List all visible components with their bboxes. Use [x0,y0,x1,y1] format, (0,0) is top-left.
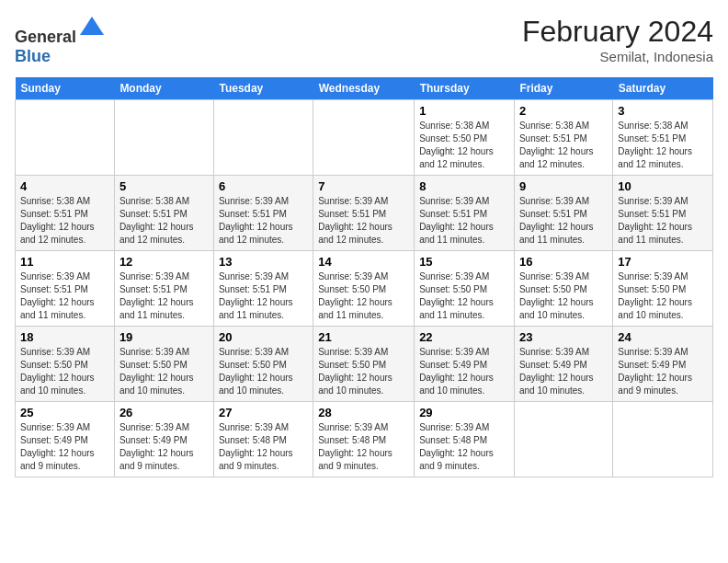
day-number: 26 [119,406,209,419]
day-info: Sunrise: 5:39 AM Sunset: 5:51 PM Dayligh… [419,195,509,247]
calendar-cell: 17Sunrise: 5:39 AM Sunset: 5:50 PM Dayli… [613,251,713,327]
page-title: February 2024 [522,15,713,49]
calendar-cell: 20Sunrise: 5:39 AM Sunset: 5:50 PM Dayli… [213,327,313,402]
calendar-cell [313,100,415,176]
header-day-tuesday: Tuesday [213,77,313,100]
calendar-cell: 29Sunrise: 5:39 AM Sunset: 5:48 PM Dayli… [415,402,515,477]
header-day-sunday: Sunday [16,77,115,100]
day-info: Sunrise: 5:39 AM Sunset: 5:51 PM Dayligh… [618,195,708,247]
week-row-1: 1Sunrise: 5:38 AM Sunset: 5:50 PM Daylig… [16,100,713,176]
logo-general: General [15,28,76,46]
day-number: 24 [618,330,708,344]
calendar-cell: 27Sunrise: 5:39 AM Sunset: 5:48 PM Dayli… [213,402,313,477]
title-block: February 2024 Semilat, Indonesia [522,15,713,64]
calendar-cell [514,402,612,477]
day-info: Sunrise: 5:39 AM Sunset: 5:49 PM Dayligh… [119,421,209,473]
day-info: Sunrise: 5:39 AM Sunset: 5:50 PM Dayligh… [318,346,409,397]
day-number: 16 [519,255,608,269]
calendar-cell: 24Sunrise: 5:39 AM Sunset: 5:49 PM Dayli… [613,327,713,402]
calendar-cell: 9Sunrise: 5:39 AM Sunset: 5:51 PM Daylig… [514,176,612,251]
calendar-cell: 21Sunrise: 5:39 AM Sunset: 5:50 PM Dayli… [313,327,415,402]
calendar-cell: 11Sunrise: 5:39 AM Sunset: 5:51 PM Dayli… [16,251,115,327]
calendar-cell: 5Sunrise: 5:38 AM Sunset: 5:51 PM Daylig… [114,176,213,251]
day-number: 3 [618,104,708,118]
calendar-cell: 19Sunrise: 5:39 AM Sunset: 5:50 PM Dayli… [114,327,213,402]
day-number: 7 [318,179,409,193]
calendar-cell: 25Sunrise: 5:39 AM Sunset: 5:49 PM Dayli… [16,402,115,477]
day-number: 4 [20,179,109,193]
day-info: Sunrise: 5:38 AM Sunset: 5:51 PM Dayligh… [119,195,209,247]
logo-blue: Blue [15,47,51,65]
day-number: 20 [219,330,308,344]
day-info: Sunrise: 5:39 AM Sunset: 5:50 PM Dayligh… [219,346,308,397]
header-day-wednesday: Wednesday [313,77,415,100]
calendar-cell [213,100,313,176]
day-number: 2 [519,104,608,118]
day-number: 10 [618,179,708,193]
week-row-4: 18Sunrise: 5:39 AM Sunset: 5:50 PM Dayli… [16,327,713,402]
day-number: 12 [119,255,209,269]
header-day-monday: Monday [114,77,213,100]
page-header: General Blue February 2024 Semilat, Indo… [15,15,713,66]
calendar-cell: 16Sunrise: 5:39 AM Sunset: 5:50 PM Dayli… [514,251,612,327]
day-number: 22 [419,330,509,344]
day-info: Sunrise: 5:39 AM Sunset: 5:50 PM Dayligh… [20,346,109,397]
day-info: Sunrise: 5:39 AM Sunset: 5:48 PM Dayligh… [419,421,509,473]
day-info: Sunrise: 5:39 AM Sunset: 5:51 PM Dayligh… [318,195,409,247]
day-info: Sunrise: 5:38 AM Sunset: 5:50 PM Dayligh… [419,120,509,171]
day-info: Sunrise: 5:39 AM Sunset: 5:49 PM Dayligh… [419,346,509,397]
day-info: Sunrise: 5:39 AM Sunset: 5:51 PM Dayligh… [119,270,209,322]
day-number: 19 [119,330,209,344]
day-number: 1 [419,104,509,118]
calendar-cell: 26Sunrise: 5:39 AM Sunset: 5:49 PM Dayli… [114,402,213,477]
day-info: Sunrise: 5:39 AM Sunset: 5:50 PM Dayligh… [318,270,409,322]
day-number: 9 [519,179,608,193]
page-subtitle: Semilat, Indonesia [522,49,713,64]
calendar-table: SundayMondayTuesdayWednesdayThursdayFrid… [15,77,713,477]
day-number: 15 [419,255,509,269]
day-info: Sunrise: 5:39 AM Sunset: 5:49 PM Dayligh… [20,421,109,473]
calendar-header-row: SundayMondayTuesdayWednesdayThursdayFrid… [16,77,713,100]
calendar-cell: 18Sunrise: 5:39 AM Sunset: 5:50 PM Dayli… [16,327,115,402]
day-info: Sunrise: 5:39 AM Sunset: 5:48 PM Dayligh… [219,421,308,473]
calendar-cell: 1Sunrise: 5:38 AM Sunset: 5:50 PM Daylig… [415,100,515,176]
day-number: 21 [318,330,409,344]
day-info: Sunrise: 5:38 AM Sunset: 5:51 PM Dayligh… [618,120,708,171]
day-number: 17 [618,255,708,269]
logo-icon [78,15,106,42]
day-number: 6 [219,179,308,193]
calendar-cell: 14Sunrise: 5:39 AM Sunset: 5:50 PM Dayli… [313,251,415,327]
calendar-cell [16,100,115,176]
day-number: 13 [219,255,308,269]
day-number: 27 [219,406,308,419]
day-info: Sunrise: 5:39 AM Sunset: 5:48 PM Dayligh… [318,421,409,473]
day-info: Sunrise: 5:39 AM Sunset: 5:51 PM Dayligh… [219,195,308,247]
day-number: 5 [119,179,209,193]
calendar-cell: 4Sunrise: 5:38 AM Sunset: 5:51 PM Daylig… [16,176,115,251]
calendar-cell: 6Sunrise: 5:39 AM Sunset: 5:51 PM Daylig… [213,176,313,251]
day-info: Sunrise: 5:39 AM Sunset: 5:51 PM Dayligh… [519,195,608,247]
day-info: Sunrise: 5:39 AM Sunset: 5:49 PM Dayligh… [519,346,608,397]
day-info: Sunrise: 5:39 AM Sunset: 5:51 PM Dayligh… [219,270,308,322]
day-info: Sunrise: 5:39 AM Sunset: 5:49 PM Dayligh… [618,346,708,397]
day-info: Sunrise: 5:39 AM Sunset: 5:50 PM Dayligh… [419,270,509,322]
day-info: Sunrise: 5:38 AM Sunset: 5:51 PM Dayligh… [20,195,109,247]
day-number: 11 [20,255,109,269]
day-number: 28 [318,406,409,419]
calendar-cell: 8Sunrise: 5:39 AM Sunset: 5:51 PM Daylig… [415,176,515,251]
calendar-cell: 23Sunrise: 5:39 AM Sunset: 5:49 PM Dayli… [514,327,612,402]
day-number: 23 [519,330,608,344]
calendar-cell: 15Sunrise: 5:39 AM Sunset: 5:50 PM Dayli… [415,251,515,327]
calendar-cell: 2Sunrise: 5:38 AM Sunset: 5:51 PM Daylig… [514,100,612,176]
header-day-friday: Friday [514,77,612,100]
calendar-cell [114,100,213,176]
calendar-cell: 3Sunrise: 5:38 AM Sunset: 5:51 PM Daylig… [613,100,713,176]
day-info: Sunrise: 5:39 AM Sunset: 5:50 PM Dayligh… [119,346,209,397]
day-number: 8 [419,179,509,193]
calendar-cell: 22Sunrise: 5:39 AM Sunset: 5:49 PM Dayli… [415,327,515,402]
day-number: 25 [20,406,109,419]
day-info: Sunrise: 5:38 AM Sunset: 5:51 PM Dayligh… [519,120,608,171]
calendar-cell [613,402,713,477]
svg-marker-0 [80,17,104,35]
header-day-saturday: Saturday [613,77,713,100]
